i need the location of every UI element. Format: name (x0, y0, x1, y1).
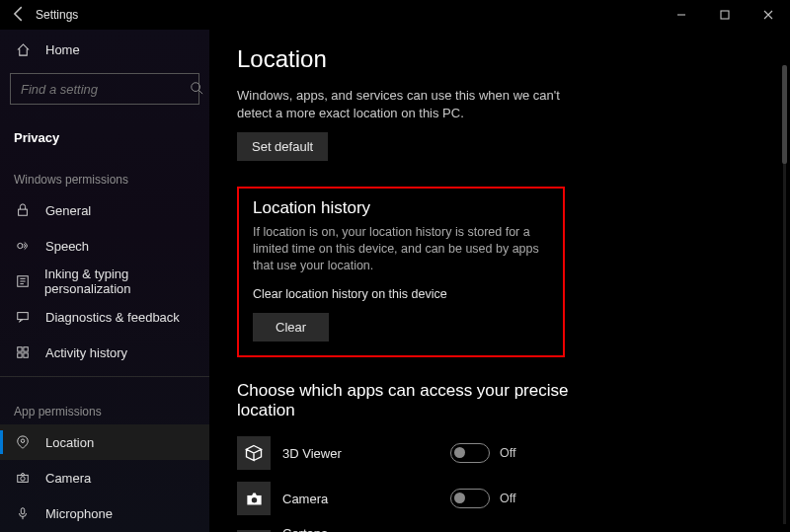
divider (0, 376, 209, 377)
home-icon (14, 42, 32, 57)
location-history-section: Location history If location is on, your… (237, 187, 565, 357)
lock-icon (14, 203, 32, 217)
nav-label: Camera (45, 471, 91, 486)
sidebar: Home Privacy Windows permissions General… (0, 30, 209, 532)
back-button[interactable] (8, 3, 30, 28)
svg-rect-5 (18, 313, 29, 320)
sidebar-item-inking[interactable]: Inking & typing personalization (0, 264, 209, 299)
svg-point-12 (21, 477, 25, 481)
camera-icon (14, 471, 32, 485)
sidebar-item-general[interactable]: General (0, 192, 209, 228)
search-field[interactable] (19, 81, 190, 98)
svg-rect-0 (721, 11, 729, 19)
app-row-3d-viewer: 3D Viewer Off (237, 430, 766, 476)
apps-section-title: Choose which apps can access your precis… (237, 381, 573, 420)
sidebar-item-activity[interactable]: Activity history (0, 335, 209, 370)
sidebar-home-label: Home (45, 42, 80, 57)
nav-label: General (45, 203, 91, 218)
title-bar: Settings (0, 0, 790, 30)
svg-point-16 (251, 496, 256, 501)
sidebar-group-app: App permissions (0, 383, 209, 424)
history-clear-label: Clear location history on this device (253, 286, 549, 303)
activity-icon (14, 345, 32, 359)
nav-label: Speech (45, 239, 89, 254)
svg-point-3 (18, 243, 23, 248)
svg-rect-13 (21, 508, 25, 514)
close-button[interactable] (747, 0, 790, 30)
sidebar-item-diagnostics[interactable]: Diagnostics & feedback (0, 299, 209, 335)
search-input[interactable] (10, 73, 199, 105)
minimize-button[interactable] (660, 0, 703, 30)
sidebar-item-location[interactable]: Location (0, 424, 209, 460)
sidebar-item-speech[interactable]: Speech (0, 228, 209, 264)
location-icon (14, 435, 32, 449)
maximize-button[interactable] (703, 0, 747, 30)
nav-label: Activity history (45, 345, 127, 360)
toggle-state: Off (500, 446, 515, 460)
page-title: Location (237, 45, 766, 73)
history-title: Location history (253, 198, 549, 218)
nav-label: Diagnostics & feedback (45, 310, 180, 325)
microphone-icon (14, 506, 32, 520)
svg-point-1 (192, 82, 200, 91)
toggle-state: Off (500, 492, 515, 505)
svg-point-10 (21, 439, 25, 443)
toggle-camera[interactable] (450, 489, 490, 508)
sidebar-home[interactable]: Home (0, 32, 209, 67)
app-name: Cortana (282, 526, 450, 533)
nav-label: Microphone (45, 506, 113, 521)
nav-label: Location (45, 435, 94, 450)
app-name: 3D Viewer (282, 446, 450, 461)
set-default-button[interactable]: Set default (237, 132, 328, 161)
app-row-camera: Camera Off (237, 476, 766, 521)
speech-icon (14, 239, 32, 253)
sidebar-section-title: Privacy (0, 114, 209, 151)
window-title: Settings (30, 8, 78, 22)
sidebar-item-microphone[interactable]: Microphone (0, 495, 209, 531)
app-name: Camera (282, 492, 450, 506)
svg-rect-8 (18, 353, 22, 357)
clear-button[interactable]: Clear (253, 313, 329, 342)
feedback-icon (14, 310, 32, 324)
svg-rect-2 (19, 209, 28, 215)
toggle-3d-viewer[interactable] (450, 443, 490, 463)
search-icon (190, 81, 203, 98)
app-name-block: Cortana Location history must be on for … (282, 526, 450, 533)
intro-text: Windows, apps, and services can use this… (237, 87, 592, 122)
nav-label: Inking & typing personalization (44, 266, 209, 296)
inking-icon (14, 274, 31, 288)
history-desc: If location is on, your location history… (253, 224, 549, 274)
content: Location Windows, apps, and services can… (209, 30, 790, 532)
svg-rect-6 (18, 347, 22, 351)
cube-icon (237, 436, 271, 470)
svg-rect-7 (24, 347, 28, 351)
app-row-cortana: Cortana Location history must be on for … (237, 521, 766, 532)
sidebar-group-windows: Windows permissions (0, 151, 209, 192)
svg-rect-9 (24, 353, 28, 357)
scrollbar-thumb[interactable] (782, 65, 787, 164)
camera-app-icon (237, 482, 271, 515)
sidebar-item-camera[interactable]: Camera (0, 460, 209, 495)
